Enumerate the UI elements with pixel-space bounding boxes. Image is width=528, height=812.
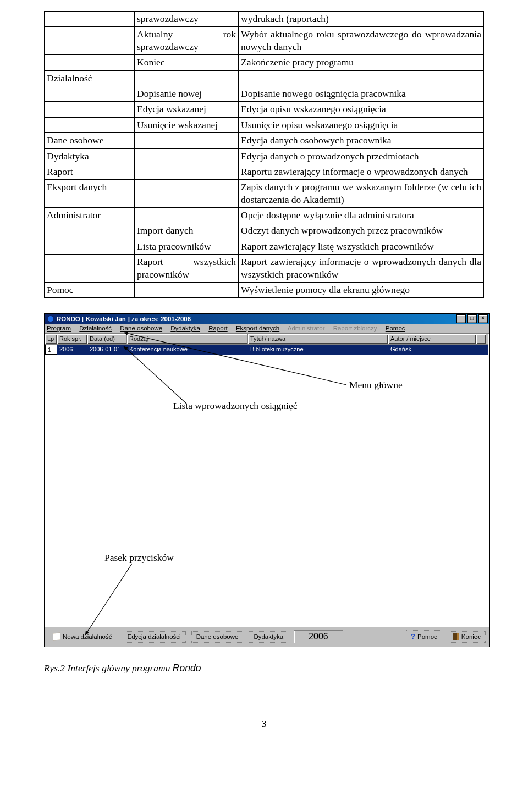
table-row: AdministratorOpcje dostępne wyłącznie dl… xyxy=(45,208,484,223)
menu-raport[interactable]: Raport xyxy=(208,325,228,332)
table-cell-c3: Raport zawierający listę wszystkich prac… xyxy=(239,239,484,254)
table-cell-c1: Dane osobowe xyxy=(45,133,135,148)
table-row: Działalność xyxy=(45,70,484,86)
exit-icon xyxy=(453,633,459,640)
table-cell-c2 xyxy=(135,148,239,164)
table-cell-c3: Raportu zawierający informacje o wprowad… xyxy=(239,164,484,179)
table-cell-c2: Raport wszystkich pracowników xyxy=(135,255,239,283)
table-cell-c3: Edycja danych osobowych pracownika xyxy=(239,133,484,148)
table-cell-c1 xyxy=(45,55,135,70)
table-cell-c2: Edycja wskazanej xyxy=(135,102,239,117)
description-table: sprawozdawczywydrukach (raportach)Aktual… xyxy=(44,11,484,298)
table-cell-c2: Dopisanie nowej xyxy=(135,86,239,101)
table-cell-c1 xyxy=(45,223,135,239)
menu-administrator: Administrator xyxy=(288,325,325,332)
table-cell-c3: Edycja opisu wskazanego osiągnięcia xyxy=(239,102,484,117)
col-rodzaj[interactable]: Rodzaj xyxy=(127,334,248,344)
minimize-button[interactable]: _ xyxy=(456,314,466,323)
table-cell-c1 xyxy=(45,239,135,254)
cell-lp: 1 xyxy=(45,345,57,355)
col-lp[interactable]: Lp xyxy=(45,334,57,344)
table-cell-c1: Działalność xyxy=(45,70,135,86)
table-cell-c2 xyxy=(135,133,239,148)
page-number: 3 xyxy=(44,718,484,730)
cell-rok: 2006 xyxy=(57,345,87,355)
window-title: RONDO [ Kowalski Jan ] za okres: 2001-20… xyxy=(57,316,191,322)
new-icon xyxy=(53,633,61,640)
table-cell-c1 xyxy=(45,117,135,132)
table-cell-c3: Edycja danych o prowadzonych przedmiotac… xyxy=(239,148,484,164)
table-row: Dane osoboweEdycja danych osobowych prac… xyxy=(45,133,484,148)
col-tytul[interactable]: Tytuł / nazwa xyxy=(248,334,388,344)
table-cell-c1: Administrator xyxy=(45,208,135,223)
table-cell-c1 xyxy=(45,27,135,55)
annotation-pasek: Pasek przycisków xyxy=(105,552,174,564)
listview[interactable]: Lp Rok spr. Data (od) Rodzaj Tytuł / naz… xyxy=(45,334,489,626)
screenshot-window: RONDO [ Kowalski Jan ] za okres: 2001-20… xyxy=(44,313,490,647)
table-row: Raport wszystkich pracownikówRaport zawi… xyxy=(45,255,484,283)
menu-dydaktyka[interactable]: Dydaktyka xyxy=(170,325,200,332)
table-cell-c3: Opcje dostępne wyłącznie dla administrat… xyxy=(239,208,484,223)
menu-pomoc[interactable]: Pomoc xyxy=(386,325,405,332)
col-autor[interactable]: Autor / miejsce xyxy=(388,334,476,344)
menu-dane-osobowe[interactable]: Dane osobowe xyxy=(120,325,162,332)
table-row: sprawozdawczywydrukach (raportach) xyxy=(45,12,484,27)
btn-pomoc-label: Pomoc xyxy=(417,633,437,640)
table-cell-c3 xyxy=(239,70,484,86)
btn-nowa-label: Nowa działalność xyxy=(63,633,112,640)
figure-caption: Rys.2 Interfejs główny programu Rondo xyxy=(44,662,484,674)
table-cell-c1 xyxy=(45,255,135,283)
table-cell-c3: Raport zawierający informacje o wprowadz… xyxy=(239,255,484,283)
table-cell-c3: wydrukach (raportach) xyxy=(239,12,484,27)
table-row: DydaktykaEdycja danych o prowadzonych pr… xyxy=(45,148,484,164)
maximize-button[interactable]: □ xyxy=(467,314,477,323)
table-cell-c1 xyxy=(45,12,135,27)
btn-pomoc[interactable]: ? Pomoc xyxy=(406,630,442,643)
table-cell-c3: Zapis danych z programu we wskazanym fol… xyxy=(239,180,484,208)
table-cell-c2 xyxy=(135,283,239,298)
help-icon: ? xyxy=(411,632,415,640)
menu-dzialalnosc[interactable]: Działalność xyxy=(79,325,112,332)
btn-dydaktyka[interactable]: Dydaktyka xyxy=(249,631,288,643)
menu-raport-zbiorczy: Raport zbiorczy xyxy=(333,325,377,332)
table-cell-c1: Pomoc xyxy=(45,283,135,298)
cell-tytul: Biblioteki muzyczne xyxy=(248,345,388,355)
btn-dane-osobowe[interactable]: Dane osobowe xyxy=(191,631,244,643)
table-cell-c1: Eksport danych xyxy=(45,180,135,208)
cell-data: 2006-01-01 xyxy=(87,345,127,355)
table-cell-c2: Usunięcie wskazanej xyxy=(135,117,239,132)
table-cell-c3: Dopisanie nowego osiągnięcia pracownika xyxy=(239,86,484,101)
col-data[interactable]: Data (od) xyxy=(87,334,127,344)
caption-prefix: Rys.2 Interfejs główny programu xyxy=(44,662,173,673)
btn-koniec[interactable]: Koniec xyxy=(448,631,486,643)
close-button[interactable]: × xyxy=(478,314,488,323)
table-cell-c2: Lista pracowników xyxy=(135,239,239,254)
caption-app-name: Rondo xyxy=(173,662,201,673)
menu-program[interactable]: Program xyxy=(47,325,71,332)
table-cell-c2 xyxy=(135,164,239,179)
annotation-menu-glowne: Menu główne xyxy=(349,379,403,391)
table-cell-c2 xyxy=(135,180,239,208)
table-cell-c2 xyxy=(135,70,239,86)
app-icon xyxy=(47,315,54,323)
year-indicator[interactable]: 2006 xyxy=(294,630,343,643)
listview-row-selected[interactable]: 1 2006 2006-01-01 Konferencja naukowe Bi… xyxy=(45,345,488,355)
cell-rodzaj: Konferencja naukowe xyxy=(127,345,248,355)
table-cell-c2: sprawozdawczy xyxy=(135,12,239,27)
table-cell-c1 xyxy=(45,86,135,101)
btn-nowa-dzialalnosc[interactable]: Nowa działalność xyxy=(48,631,117,643)
cell-autor: Gdańsk xyxy=(388,345,476,355)
table-row: Eksport danychZapis danych z programu we… xyxy=(45,180,484,208)
menu-eksport[interactable]: Eksport danych xyxy=(236,325,279,332)
col-rok[interactable]: Rok spr. xyxy=(57,334,87,344)
menubar: Program Działalność Dane osobowe Dydakty… xyxy=(45,324,489,334)
annotation-lista: Lista wprowadzonych osiągnięć xyxy=(173,400,297,412)
table-cell-c2: Import danych xyxy=(135,223,239,239)
table-cell-c2: Koniec xyxy=(135,55,239,70)
table-row: Dopisanie nowejDopisanie nowego osiągnię… xyxy=(45,86,484,101)
listview-header: Lp Rok spr. Data (od) Rodzaj Tytuł / naz… xyxy=(45,334,488,345)
table-cell-c3: Odczyt danych wprowadzonych przez pracow… xyxy=(239,223,484,239)
table-row: Usunięcie wskazanejUsunięcie opisu wskaz… xyxy=(45,117,484,132)
btn-edycja-dzialalnosci[interactable]: Edycja działalności xyxy=(123,631,186,643)
btn-koniec-label: Koniec xyxy=(461,633,481,640)
